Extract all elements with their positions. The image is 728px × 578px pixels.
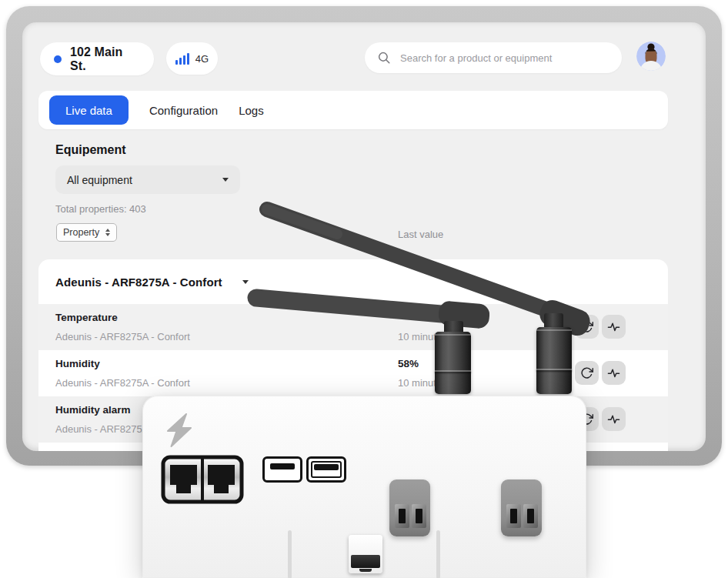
select-arrows-icon (105, 229, 110, 236)
property-name: Humidity alarm (55, 404, 131, 416)
property-select[interactable]: Property (56, 223, 117, 242)
activity-pulse-icon (607, 413, 620, 426)
chart-button[interactable] (602, 407, 626, 431)
section-title: Equipement (55, 143, 126, 157)
activity-pulse-icon (607, 320, 620, 333)
network-pill: 4G (166, 42, 218, 75)
usb-port-icon (262, 456, 302, 483)
activity-pulse-icon (607, 366, 620, 379)
tab-logs[interactable]: Logs (239, 104, 264, 117)
equipment-select-value: All equipment (67, 174, 132, 186)
search-bar[interactable] (365, 42, 622, 73)
antenna-base (435, 332, 471, 394)
status-dot-icon (54, 55, 62, 63)
signal-bars-icon (175, 53, 189, 65)
device-group-title: Adeunis - ARF8275A - Confort (55, 276, 222, 289)
sim-slot-icon (349, 535, 382, 573)
antenna-base (536, 327, 572, 394)
network-label: 4G (195, 53, 209, 65)
location-pill[interactable]: 102 Main St. (40, 42, 154, 75)
total-properties-label: Total properties: 403 (55, 203, 146, 215)
ethernet-ports-icon (161, 455, 244, 504)
avatar[interactable] (636, 42, 666, 71)
property-device: Adeunis - ARF8275A - Confort (55, 331, 190, 342)
panel-divider (436, 530, 440, 578)
chevron-down-icon (222, 178, 229, 182)
tab-bar: Live data Configuration Logs (38, 91, 668, 129)
location-label: 102 Main St. (70, 45, 140, 73)
power-terminal-icon (389, 479, 430, 536)
panel-divider (288, 530, 292, 578)
search-input[interactable] (400, 52, 609, 64)
search-icon (377, 50, 391, 65)
property-select-value: Property (63, 227, 99, 238)
tab-configuration[interactable]: Configuration (149, 104, 218, 117)
lightning-logo-icon (162, 413, 195, 447)
property-name: Temperature (55, 312, 118, 323)
equipment-select[interactable]: All equipment (55, 165, 240, 194)
usb-port-icon (306, 456, 346, 483)
property-device: Adeunis - ARF8275A - Confort (55, 377, 190, 389)
tab-live-data[interactable]: Live data (49, 95, 129, 125)
chart-button[interactable] (602, 361, 626, 385)
property-name: Humidity (55, 358, 100, 369)
avatar-image (636, 42, 666, 71)
power-terminal-icon (501, 479, 542, 536)
usb-ports (262, 456, 346, 483)
page: 102 Main St. 4G (0, 0, 728, 578)
gateway-device-image (142, 396, 586, 578)
chart-button[interactable] (602, 315, 626, 339)
